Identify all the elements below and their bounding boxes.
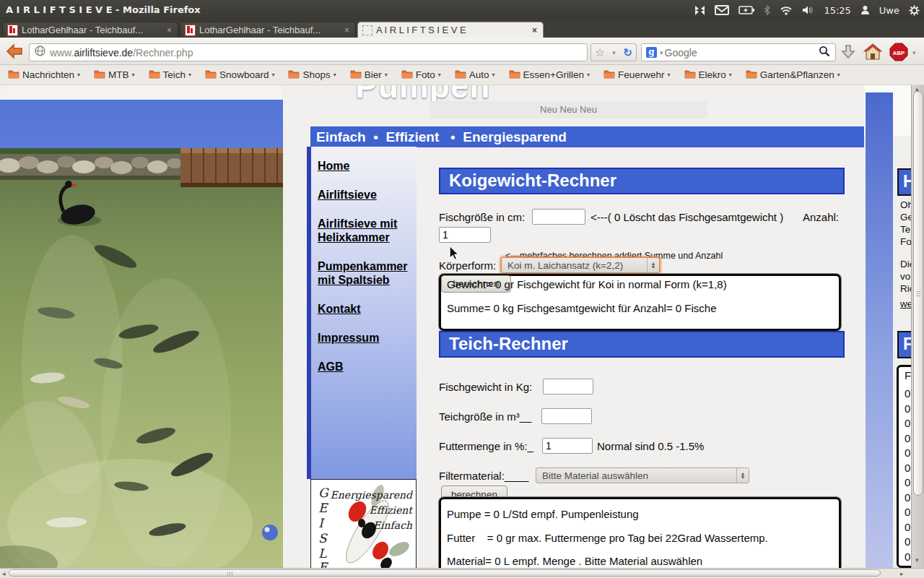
titlebar: A I R L I F T S I E V E - Mozilla Firefo… xyxy=(0,0,924,20)
url-path: /Rechner.php xyxy=(133,47,193,59)
bluetooth-icon[interactable] xyxy=(764,5,770,15)
tab-bar: LotharGehlhaar - Teichbauf... × LotharGe… xyxy=(0,20,924,38)
tab-lothargehlhaar-2[interactable]: LotharGehlhaar - Teichbauf... × xyxy=(180,22,356,38)
fish-size-input[interactable] xyxy=(532,209,585,225)
pond-result-material: Material= 0 L empf. Menge . Bitte Materi… xyxy=(447,555,702,567)
gear-icon[interactable] xyxy=(909,5,920,16)
pond-calc-header: Teich-Rechner xyxy=(439,331,845,358)
bodyform-select[interactable]: Koi m. Laichansatz (k=2,2) ▲▼ xyxy=(501,257,660,273)
bookmark-label: Bier xyxy=(365,69,382,80)
bookmark-folder-shops[interactable]: Shops▾ xyxy=(284,68,339,82)
scroll-right-icon[interactable]: ▸ xyxy=(900,570,904,577)
right-hint-line: vo xyxy=(900,271,910,282)
bookmark-folder-essen-grillen[interactable]: Essen+Grillen▾ xyxy=(505,68,593,82)
bookmark-folder-bier[interactable]: Bier▾ xyxy=(346,68,391,82)
bookmark-folder-auto[interactable]: Auto▾ xyxy=(451,68,499,82)
session-user[interactable]: Uwe xyxy=(879,5,899,16)
bookmark-label: Garten&Pflanzen xyxy=(760,69,834,80)
wifi-icon[interactable] xyxy=(780,6,793,15)
tab-label: LotharGehlhaar - Teichbauf... xyxy=(22,25,162,35)
filter-material-select[interactable]: Bitte Material auswählen ▲▼ xyxy=(536,467,749,483)
tab-close-icon[interactable]: × xyxy=(343,25,351,35)
fish-size-hint: <---( 0 Löscht das Fischgesamtgewicht ) xyxy=(590,211,783,223)
folder-icon xyxy=(8,69,19,81)
sidebar-item-impressum[interactable]: Impressum xyxy=(318,331,416,345)
folder-icon xyxy=(205,69,217,81)
battery-icon[interactable] xyxy=(738,6,754,14)
indicator-icon[interactable] xyxy=(694,5,705,16)
star-caret-icon[interactable]: ▾ xyxy=(612,49,616,56)
bookmark-folder-mtb[interactable]: MTB▾ xyxy=(90,68,139,82)
tab-lothargehlhaar-1[interactable]: LotharGehlhaar - Teichbauf... × xyxy=(2,22,178,38)
system-tray: 15:25 Uwe xyxy=(694,0,920,20)
bookmark-folder-feuerwehr[interactable]: Feuerwehr▾ xyxy=(600,68,674,82)
user-icon xyxy=(860,5,870,15)
url-bar[interactable]: www.airliftsieve.de/Rechner.php xyxy=(29,43,588,61)
tab-airliftsieve-active[interactable]: A I R L I F T S I E V E × xyxy=(357,22,544,38)
right-hint-line: Fo xyxy=(900,236,912,247)
bookmark-folder-snowboard[interactable]: Snowboard▾ xyxy=(201,68,278,82)
reload-icon[interactable]: ↻ xyxy=(623,46,632,59)
scroll-down-icon[interactable]: ▾ xyxy=(915,556,919,564)
horizontal-scrollbar-thumb[interactable] xyxy=(9,569,881,577)
sidebar-item-agb[interactable]: AGB xyxy=(318,360,416,374)
url-prefix: www. xyxy=(50,47,74,59)
logo-letters-col: GE IS LE xyxy=(318,486,329,568)
search-magnifier-icon[interactable] xyxy=(819,46,830,60)
tab-close-icon[interactable]: × xyxy=(531,25,539,35)
google-icon: g xyxy=(646,47,657,58)
pond-volume-input[interactable] xyxy=(541,408,592,424)
bookmark-folder-foto[interactable]: Foto▾ xyxy=(398,68,445,82)
sidebar-item-kontakt[interactable]: Kontakt xyxy=(318,302,416,316)
nav-toolbar: www.airliftsieve.de/Rechner.php ☆ ▾ ↻ g … xyxy=(0,38,924,65)
window-title: A I R L I F T S I E V E - Mozilla Firefo… xyxy=(6,0,201,20)
bookmark-star-icon[interactable]: ☆ xyxy=(595,46,604,59)
bookmark-label: Teich xyxy=(163,69,186,80)
neu-marquee: Neu Neu Neu xyxy=(430,101,707,118)
folder-icon xyxy=(288,69,300,81)
select-spinner-icon: ▲▼ xyxy=(736,468,749,483)
sidebar-item-pumpenkammer-mit-spaltsieb[interactable]: Pumpenkammer mit Spaltsieb xyxy=(318,259,416,287)
svg-text:ABP: ABP xyxy=(893,50,906,56)
scroll-left-icon[interactable]: ◂ xyxy=(2,570,6,577)
logo-box: GE IS LE Energiesparend Effizient xyxy=(310,479,417,568)
tab-close-icon[interactable]: × xyxy=(165,25,173,35)
bookmark-label: Auto xyxy=(469,69,489,80)
sidebar-item-airliftsieve-mit-helixkammer[interactable]: Airliftsieve mit Helixkammer xyxy=(318,217,416,244)
fish-weight-input[interactable] xyxy=(543,379,593,394)
tab-favicon xyxy=(185,25,196,36)
adblock-icon[interactable]: ABP xyxy=(889,43,908,64)
bookmark-label: Foto xyxy=(416,69,435,80)
chevron-down-icon: ▾ xyxy=(837,72,840,78)
logo-letter: I xyxy=(318,516,325,530)
vertical-scrollbar[interactable]: ▴ ▾ xyxy=(911,85,924,568)
home-icon[interactable] xyxy=(863,43,882,64)
bookmark-folder-nachrichten[interactable]: Nachrichten▾ xyxy=(4,68,84,82)
clock[interactable]: 15:25 xyxy=(824,5,850,16)
vertical-scrollbar-thumb[interactable] xyxy=(913,91,923,496)
food-percent-input[interactable] xyxy=(542,438,593,454)
download-icon[interactable] xyxy=(840,43,857,64)
left-column-top-box xyxy=(1,85,282,100)
bookmark-folder-teich[interactable]: Teich▾ xyxy=(145,68,196,82)
back-button[interactable] xyxy=(5,43,24,63)
tab-label: A I R L I F T S I E V E xyxy=(376,25,527,35)
sidebar-item-home[interactable]: Home xyxy=(318,159,416,173)
folder-icon xyxy=(746,69,757,81)
count-input[interactable] xyxy=(439,227,491,243)
mail-icon[interactable] xyxy=(715,5,729,15)
screen: A I R L I F T S I E V E - Mozilla Firefo… xyxy=(0,0,924,578)
mouse-cursor xyxy=(449,246,459,260)
search-bar[interactable]: g ▾ xyxy=(641,43,836,61)
sidebar-item-airliftsieve[interactable]: Airliftsieve xyxy=(318,188,416,202)
bookmark-folder-garten-pflanzen[interactable]: Garten&Pflanzen▾ xyxy=(742,68,844,82)
folder-icon xyxy=(603,69,615,81)
bookmark-folder-elekro[interactable]: Elekro▾ xyxy=(681,68,736,82)
bookmark-label: Feuerwehr xyxy=(618,69,665,80)
search-input[interactable] xyxy=(663,46,819,59)
volume-icon[interactable] xyxy=(802,5,814,15)
koi-logo: GE IS LE Energiesparend Effizient xyxy=(311,480,416,568)
adblock-caret-icon[interactable]: ▾ xyxy=(912,49,916,56)
horizontal-scrollbar[interactable]: ◂ ▸ xyxy=(0,568,924,578)
slogan-bar: Einfach • Effizient • Energiesparend xyxy=(310,126,864,147)
